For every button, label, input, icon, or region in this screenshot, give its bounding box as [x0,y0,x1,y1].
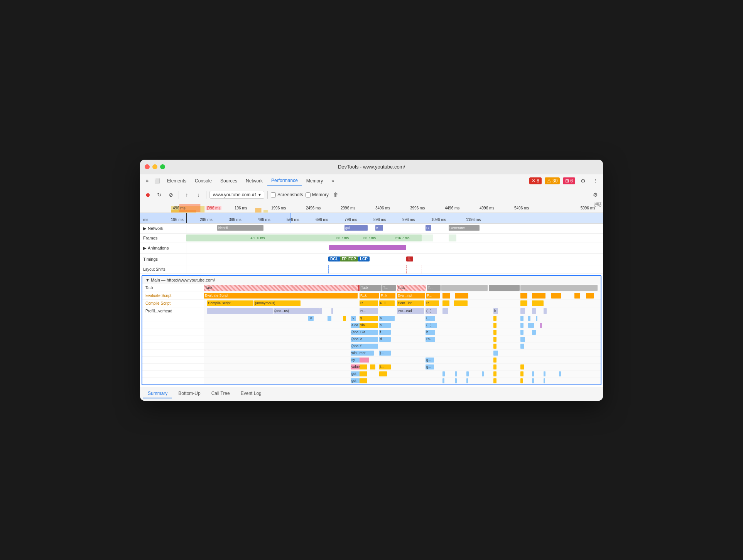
ruler-tick-5: 2496 ms [306,206,321,210]
bottom-tabs: Summary Bottom-Up Call Tree Event Log [140,387,603,401]
track-frames: Frames 450.0 ms 66.7 ms 66.7 ms 216.7 ms [140,234,603,243]
tab-bottom-up[interactable]: Bottom-Up [174,389,205,398]
clear-button[interactable]: ⊘ [166,190,176,199]
get1-blue-6 [544,371,545,376]
profiling-block-1 [207,308,273,314]
profiling-block-2: (ano...us) [274,308,320,314]
ruler-tick-10: 4996 ms [480,206,494,210]
tab-more[interactable]: » [328,177,338,185]
tab-performance[interactable]: Performance [267,176,302,186]
frames-label: Frames [140,234,186,243]
tab-memory[interactable]: Memory [302,177,327,185]
task-block-main-4: Task [397,285,426,291]
tab-network[interactable]: Network [242,177,267,185]
ruler2-tick-7: 796 ms [344,218,357,222]
tab-summary[interactable]: Summary [143,389,172,398]
ruler-tick-7: 3496 ms [375,206,390,210]
tab-sources[interactable]: Sources [216,177,241,185]
settings-performance-icon[interactable]: ⚙ [591,190,600,199]
get1-yellow-1 [360,371,367,376]
memory-checkbox[interactable] [306,192,311,197]
compile-block-3: R... [360,300,378,306]
expand-icon[interactable]: ▶ [143,226,146,231]
info-icon: ⊞ [565,178,569,184]
url-selector[interactable]: www.youtube.com #1 ▾ [209,191,264,199]
get1-yellow-4 [520,371,523,376]
tab-event-log[interactable]: Event Log [236,389,266,398]
main-win-content: win...mer (... [204,350,601,356]
toolbar-right: ⚙ [591,190,600,199]
v-yellow-2 [493,316,496,321]
tab-elements[interactable]: Elements [163,177,190,185]
main-ano3-label [142,343,204,349]
win-blue-1 [493,351,498,356]
frame-block-5 [422,234,433,241]
network-block-3: v... [375,225,383,231]
tab-console[interactable]: Console [191,177,216,185]
reload-button[interactable]: ↻ [155,190,164,199]
v-block-3: V [379,316,395,321]
main-profiling-row: Profili...verhead (ano...us) R... Pro...… [142,307,601,315]
main-compile-content: Compile Script (anonymous) R... F...l Co… [204,300,601,307]
network-content: identifi... gui... v... C... Generate! [186,224,603,233]
compile-block-9 [520,300,527,306]
main-ano2-row: (ano...us) e... d RF [142,336,601,343]
animations-content [186,243,603,253]
compile-block-7 [442,300,449,306]
cy-block-2: g... [426,358,434,363]
main-section: ▼ Main — https://www.youtube.com/ Task T… [142,275,601,385]
main-cy-content: cy g... [204,357,601,363]
screenshots-checkbox[interactable] [271,192,276,197]
v-block-4: i... [426,316,435,321]
minimize-button[interactable] [152,164,157,169]
maximize-button[interactable] [160,164,165,169]
info-count: 6 [570,178,573,184]
eval-block-5: F... [426,293,440,299]
ruler2-tick-10: 1096 ms [431,218,446,222]
get2-blue-1 [442,378,444,383]
eval-block-9 [532,293,545,299]
profiling-sm-6 [544,308,547,314]
v-block-2: v [351,316,356,321]
record-button[interactable]: ⏺ [143,190,152,199]
upload-button[interactable]: ↑ [182,190,191,199]
main-task-label: Task [142,284,204,292]
vline-red [406,265,407,273]
eval-block-3: F...k [380,293,395,299]
profiling-block-3: R... [360,308,378,314]
download-button[interactable]: ↓ [194,190,203,199]
eval-block-2: F...k [360,293,379,299]
task-block-main-7 [489,285,520,291]
track-timings: Timings DCL FP FCP LCP L [140,254,603,265]
main-header: ▼ Main — https://www.youtube.com/ [142,276,601,284]
task-block-main-3: T... [382,285,396,291]
more-options-icon[interactable]: ⋮ [591,176,600,186]
main-evaluate-label: Evaluate Script [142,292,204,299]
tab-call-tree[interactable]: Call Tree [207,389,235,398]
compile-block-4: F...l [379,300,395,306]
main-get2-label [142,378,204,384]
ruler2-tick-11: 1196 ms [466,218,481,222]
eval-block-12 [586,293,594,299]
main-ano1-row: (ano...us) Bla f... b... [142,329,601,336]
eval-block-8 [520,293,527,299]
ano1-block-4: b... [426,330,435,335]
main-compile-label: Compile Script [142,300,204,307]
compile-block-10 [532,300,544,306]
get2-yellow-3 [520,378,523,383]
ade-block-4: (...) [426,323,437,328]
close-button[interactable] [145,164,150,169]
devtools-window: DevTools - www.youtube.com/ ⌗ ⬜ Elements… [140,160,603,401]
ruler-tick-3: 196 ms [235,206,247,210]
window-title: DevTools - www.youtube.com/ [338,164,405,170]
expand-animations-icon[interactable]: ▶ [143,246,146,251]
main-v-row: V v $... V i... [142,315,601,322]
v-blue-2 [528,316,530,321]
ruler2-tick-9: 996 ms [402,218,415,222]
get1-blue-1 [442,371,445,376]
main-evaluate-row: Evaluate Script Evaluate Script F...k F.… [142,292,601,300]
main-get1-label [142,371,204,377]
main-ade-label [142,322,204,329]
clear-profile-icon[interactable]: 🗑 [331,190,340,199]
settings-icon[interactable]: ⚙ [578,176,588,186]
